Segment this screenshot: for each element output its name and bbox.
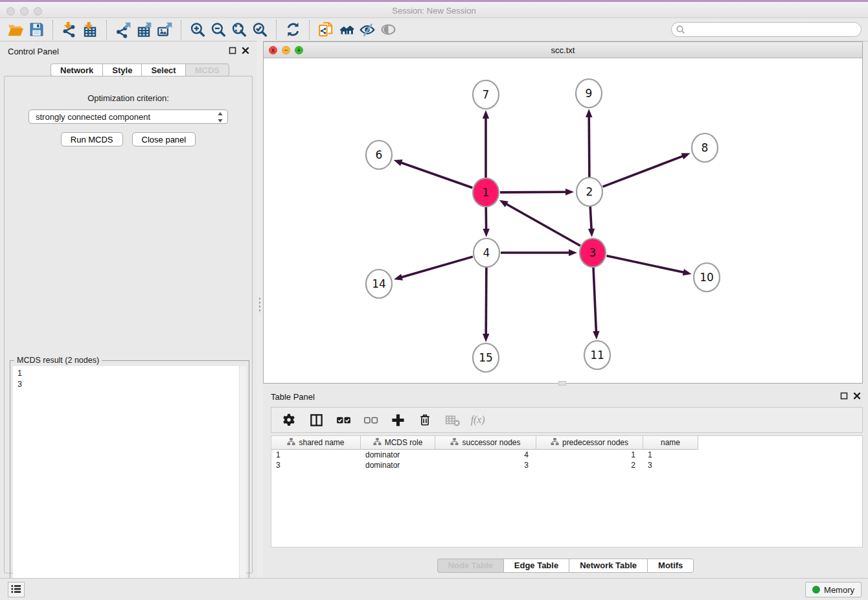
cell-name[interactable]: 1 (643, 450, 698, 460)
create-column-icon[interactable] (388, 410, 407, 430)
float-panel-icon[interactable] (229, 47, 237, 55)
table-toolbar: f(x) (271, 407, 863, 433)
cell-predecessor-nodes[interactable]: 2 (536, 460, 643, 470)
node-8[interactable]: 8 (692, 133, 718, 162)
cell-successor-nodes[interactable]: 3 (435, 460, 536, 470)
node-label: 9 (586, 87, 593, 100)
cell-shared-name[interactable]: 3 (271, 460, 361, 470)
tab-select[interactable]: Select (141, 63, 185, 76)
zoom-fit-icon[interactable] (229, 20, 249, 40)
close-panel-icon[interactable] (242, 47, 250, 55)
close-panel-button[interactable]: Close panel (132, 132, 196, 146)
mcds-panel: Optimization criterion: strongly connect… (4, 76, 253, 573)
panel-splitter[interactable] (257, 41, 263, 578)
edge-1-7[interactable] (483, 110, 489, 178)
column-header-successor-nodes[interactable]: successor nodes (435, 436, 536, 450)
node-10[interactable]: 10 (694, 263, 720, 292)
cell-MCDS-role[interactable]: dominator (361, 450, 435, 460)
mcds-result-list[interactable]: 1 3 (13, 366, 246, 595)
node-2[interactable]: 2 (577, 178, 602, 206)
network-window-titlebar[interactable]: x – + scc.txt (264, 42, 862, 58)
show-graphics-details-icon[interactable] (357, 20, 378, 40)
cell-MCDS-role[interactable]: dominator (361, 460, 435, 470)
cell-successor-nodes[interactable]: 4 (435, 450, 536, 460)
edge-4-15[interactable] (483, 267, 489, 342)
tab-network[interactable]: Network (51, 63, 102, 76)
edge-1-6[interactable] (394, 159, 473, 187)
table-panel-header: Table Panel (263, 386, 868, 408)
result-scrollbar[interactable] (239, 366, 246, 595)
toolbar-separator (181, 20, 181, 40)
import-network-icon[interactable] (59, 20, 80, 40)
table-row[interactable]: 3dominator323 (271, 460, 862, 470)
edge-3-10[interactable] (607, 256, 692, 276)
table-panel-title: Table Panel (271, 392, 315, 402)
import-table-icon[interactable] (80, 20, 100, 40)
optimization-label: Optimization criterion: (5, 93, 252, 103)
window-resize-grip[interactable] (558, 381, 566, 386)
table-mode-icon[interactable] (279, 410, 299, 430)
edge-2-9[interactable] (586, 109, 592, 178)
cell-shared-name[interactable]: 1 (271, 450, 361, 460)
edge-3-11[interactable] (593, 267, 599, 340)
node-4[interactable]: 4 (474, 238, 499, 267)
column-header-predecessor-nodes[interactable]: predecessor nodes (536, 436, 643, 450)
cell-predecessor-nodes[interactable]: 1 (536, 450, 643, 460)
search-input[interactable] (671, 22, 862, 37)
float-table-panel-icon[interactable] (840, 392, 849, 400)
mcds-result-title: MCDS result (2 nodes) (14, 356, 102, 365)
column-header-name[interactable]: name (643, 436, 698, 450)
node-7[interactable]: 7 (473, 80, 499, 109)
node-11[interactable]: 11 (584, 341, 610, 369)
column-header-MCDS-role[interactable]: MCDS role (361, 436, 435, 450)
close-table-panel-icon[interactable] (853, 392, 862, 400)
edge-2-3[interactable] (588, 206, 595, 237)
delete-columns-icon[interactable] (415, 410, 435, 430)
network-canvas[interactable]: 7968124314101511 (264, 58, 862, 383)
node-label: 6 (376, 148, 383, 161)
save-session-icon[interactable] (26, 20, 47, 40)
node-1[interactable]: 1 (473, 178, 499, 207)
export-image-icon[interactable] (154, 20, 175, 40)
run-mcds-button[interactable]: Run MCDS (61, 132, 123, 146)
apply-layout-icon[interactable] (282, 20, 303, 40)
tab-node-table[interactable]: Node Table (437, 559, 503, 573)
edge-2-8[interactable] (603, 153, 691, 187)
table-row[interactable]: 1dominator411 (271, 450, 862, 460)
tab-edge-table[interactable]: Edge Table (503, 559, 569, 573)
edge-1-2[interactable] (500, 189, 574, 195)
node-table[interactable]: shared nameMCDS rolesuccessor nodesprede… (271, 435, 863, 548)
select-all-columns-icon[interactable] (334, 410, 353, 430)
first-neighbors-icon[interactable] (336, 20, 357, 40)
edge-1-4[interactable] (483, 207, 489, 237)
node-15[interactable]: 15 (473, 343, 499, 372)
memory-button[interactable]: Memory (805, 582, 862, 597)
node-6[interactable]: 6 (366, 141, 392, 169)
node-14[interactable]: 14 (366, 270, 392, 298)
optimization-select[interactable]: strongly connected component (29, 110, 228, 124)
svg-text:f(x): f(x) (471, 414, 485, 426)
show-columns-icon[interactable] (306, 410, 326, 430)
edge-4-3[interactable] (501, 249, 577, 256)
zoom-selected-icon[interactable] (249, 20, 270, 40)
zoom-out-icon[interactable] (208, 20, 229, 40)
clone-network-icon[interactable] (315, 20, 336, 40)
tab-mcds[interactable]: MCDS (185, 63, 229, 76)
export-table-icon[interactable] (133, 20, 154, 40)
edge-4-14[interactable] (394, 257, 473, 281)
edge-3-1[interactable] (499, 200, 580, 246)
unselect-all-columns-icon[interactable] (361, 410, 380, 430)
zoom-in-icon[interactable] (187, 20, 208, 40)
task-history-button[interactable] (8, 582, 25, 597)
tab-network-table[interactable]: Network Table (569, 559, 647, 573)
cell-name[interactable]: 3 (643, 460, 698, 470)
node-3[interactable]: 3 (580, 238, 606, 267)
splitter-grip-icon (258, 297, 261, 314)
tab-style[interactable]: Style (102, 63, 141, 76)
node-9[interactable]: 9 (576, 79, 602, 108)
column-header-shared-name[interactable]: shared name (271, 436, 361, 450)
open-file-icon[interactable] (5, 20, 26, 40)
tab-motifs[interactable]: Motifs (647, 559, 694, 573)
toolbar-separator (309, 20, 310, 40)
export-network-icon[interactable] (113, 20, 133, 40)
